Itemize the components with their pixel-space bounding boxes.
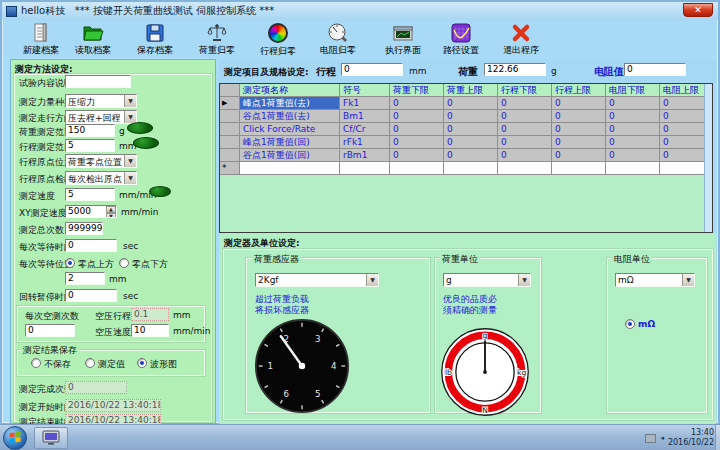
table-row[interactable]: 谷点1荷重值(回) rBm1 0 0 0 0 0 0 — [220, 149, 712, 162]
new-file-button[interactable]: 新建档案 — [12, 22, 70, 56]
resistance-unit-select[interactable]: mΩ ▼ — [615, 273, 695, 287]
cell-name[interactable]: 谷点1荷重值(回) — [240, 149, 340, 162]
cell-symbol[interactable] — [340, 162, 390, 175]
col-header[interactable]: 荷重下限 — [390, 84, 444, 97]
col-header[interactable]: 荷重上限 — [444, 84, 498, 97]
cell-value[interactable]: 0 — [444, 149, 498, 162]
save-value-radio[interactable] — [85, 358, 95, 368]
cell-value[interactable] — [390, 162, 444, 175]
open-file-button[interactable]: 读取档案 — [64, 22, 122, 56]
tray-chevron-icon[interactable]: ◂ — [660, 434, 664, 442]
col-header[interactable]: 符号 — [340, 84, 390, 97]
table-row[interactable]: ▶ 峰点1荷重值(去) Fk1 0 0 0 0 0 0 — [220, 97, 712, 110]
direction-select[interactable]: 压去程+回程 ▼ — [65, 110, 137, 124]
cell-value[interactable] — [606, 162, 660, 175]
cell-value[interactable]: 0 — [606, 123, 660, 136]
wait-pos-radio-below[interactable] — [119, 258, 129, 268]
resistance-zero-button[interactable]: 电阻归零 — [309, 22, 367, 56]
save-file-button[interactable]: 保存档案 — [126, 22, 184, 56]
table-row[interactable]: 谷点1荷重值(去) Bm1 0 0 0 0 0 0 — [220, 110, 712, 123]
cell-value[interactable]: 0 — [444, 97, 498, 110]
speed-input[interactable]: 5 — [65, 188, 115, 201]
cell-value[interactable]: 0 — [552, 123, 606, 136]
table-row[interactable]: 峰点1荷重值(回) rFk1 0 0 0 0 0 0 — [220, 136, 712, 149]
resistance-unit-radio-label[interactable]: mΩ — [638, 319, 655, 329]
wait-offset-input[interactable]: 2 — [65, 272, 105, 285]
origin-detect-select[interactable]: 每次检出原点 ▼ — [65, 171, 137, 185]
cell-value[interactable]: 0 — [498, 110, 552, 123]
cell-value[interactable]: 0 — [606, 97, 660, 110]
idle-count-input[interactable]: 0 — [25, 324, 75, 337]
cell-value[interactable]: 0 — [606, 136, 660, 149]
table-new-row[interactable]: * — [220, 162, 712, 175]
cell-symbol[interactable]: rFk1 — [340, 136, 390, 149]
show-desktop-button[interactable] — [715, 425, 720, 450]
wait-pos-opt2-label[interactable]: 零点下方 — [132, 258, 168, 271]
cell-value[interactable]: 0 — [498, 97, 552, 110]
cell-value[interactable]: 0 — [444, 136, 498, 149]
cell-value[interactable]: 0 — [606, 110, 660, 123]
cell-value[interactable]: 0 — [552, 97, 606, 110]
total-count-input[interactable]: 999999 — [65, 222, 103, 235]
cell-symbol[interactable]: Bm1 — [340, 110, 390, 123]
cell-value[interactable]: 0 — [498, 123, 552, 136]
exit-button[interactable]: 退出程序 — [492, 22, 550, 56]
cell-value[interactable] — [444, 162, 498, 175]
load-zero-button[interactable]: 荷重归零 — [188, 22, 246, 56]
start-button[interactable] — [3, 426, 27, 450]
cell-value[interactable]: 0 — [606, 149, 660, 162]
col-header[interactable]: 行程下限 — [498, 84, 552, 97]
chevron-down-icon[interactable]: ▼ — [518, 274, 530, 286]
cell-name[interactable] — [240, 162, 340, 175]
wait-pos-radio-above[interactable] — [65, 258, 75, 268]
cell-value[interactable]: 0 — [390, 110, 444, 123]
col-header[interactable]: 行程上限 — [552, 84, 606, 97]
cell-value[interactable] — [498, 162, 552, 175]
chevron-down-icon[interactable]: ▼ — [366, 274, 378, 286]
run-screen-button[interactable]: 执行界面 — [374, 22, 432, 56]
chevron-down-icon[interactable]: ▼ — [124, 172, 136, 184]
air-stroke-input[interactable]: 0.1 — [131, 308, 169, 321]
stroke-range-input[interactable]: 5 — [65, 139, 115, 152]
spinner-arrows-icon[interactable]: ▲▼ — [106, 206, 116, 217]
origin-pos-select[interactable]: 荷重零点位置 ▼ — [65, 154, 137, 168]
col-header[interactable]: 测定项名称 — [240, 84, 340, 97]
cell-value[interactable]: 0 — [552, 110, 606, 123]
cell-value[interactable]: 0 — [390, 123, 444, 136]
save-none-label[interactable]: 不保存 — [44, 358, 71, 371]
save-waveform-label[interactable]: 波形图 — [150, 358, 177, 371]
cell-value[interactable]: 0 — [390, 136, 444, 149]
cell-value[interactable]: 0 — [444, 123, 498, 136]
cell-value[interactable]: 0 — [444, 110, 498, 123]
cell-symbol[interactable]: Cf/Cr — [340, 123, 390, 136]
titlebar[interactable]: hello科技 *** 按键开关荷重曲线测试 伺服控制系统 *** ✕ — [2, 2, 718, 20]
cell-value[interactable]: 0 — [552, 149, 606, 162]
cell-value[interactable]: 0 — [390, 149, 444, 162]
save-none-radio[interactable] — [31, 358, 41, 368]
cell-value[interactable] — [552, 162, 606, 175]
air-speed-input[interactable]: 10 — [131, 324, 169, 337]
chevron-down-icon[interactable]: ▼ — [682, 274, 694, 286]
chevron-down-icon[interactable]: ▼ — [124, 95, 136, 107]
cell-name[interactable]: Click Force/Rate — [240, 123, 340, 136]
taskbar-app-button[interactable] — [34, 427, 68, 449]
wait-time-input[interactable]: 0 — [65, 239, 117, 252]
resistance-unit-radio[interactable] — [625, 319, 635, 329]
taskbar-clock[interactable]: 13:40 2016/10/22 — [668, 428, 714, 448]
cell-name[interactable]: 谷点1荷重值(去) — [240, 110, 340, 123]
cell-name[interactable]: 峰点1荷重值(回) — [240, 136, 340, 149]
cell-symbol[interactable]: Fk1 — [340, 97, 390, 110]
spec-table[interactable]: 测定项名称 符号 荷重下限 荷重上限 行程下限 行程上限 电阻下限 电阻上限 ▶… — [219, 83, 713, 233]
cell-value[interactable]: 0 — [498, 136, 552, 149]
table-scrollbar[interactable] — [704, 84, 712, 232]
save-waveform-radio[interactable] — [137, 358, 147, 368]
cell-value[interactable]: 0 — [552, 136, 606, 149]
path-settings-button[interactable]: 路径设置 — [432, 22, 490, 56]
cell-symbol[interactable]: rBm1 — [340, 149, 390, 162]
table-row[interactable]: Click Force/Rate Cf/Cr 0 0 0 0 0 0 — [220, 123, 712, 136]
load-unit-select[interactable]: g ▼ — [443, 273, 531, 287]
chevron-down-icon[interactable]: ▼ — [124, 111, 136, 123]
close-icon[interactable]: ✕ — [683, 3, 713, 17]
col-header[interactable]: 电阻下限 — [606, 84, 660, 97]
load-range-input[interactable]: 150 — [65, 124, 115, 137]
